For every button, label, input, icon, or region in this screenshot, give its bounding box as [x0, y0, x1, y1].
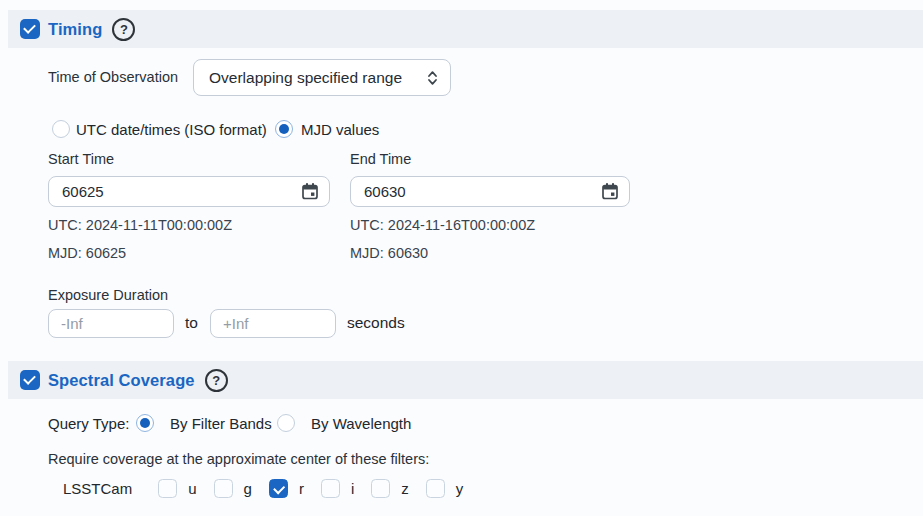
radio-by-filter-bands-label[interactable]: By Filter Bands: [170, 415, 272, 432]
band-u-label[interactable]: u: [188, 480, 196, 497]
query-type-label: Query Type:: [48, 415, 129, 432]
start-time-utc-readout: UTC: 2024-11-11T00:00:00Z: [48, 217, 232, 233]
band-y-label[interactable]: y: [456, 480, 464, 497]
end-time-input[interactable]: [350, 176, 630, 207]
radio-utc-format-label[interactable]: UTC date/times (ISO format): [76, 121, 267, 138]
exposure-min-input[interactable]: [48, 309, 174, 338]
exposure-duration-label: Exposure Duration: [48, 287, 168, 303]
band-z-checkbox[interactable]: [371, 479, 390, 498]
timing-section-checkbox[interactable]: [20, 19, 40, 39]
start-time-input[interactable]: [48, 176, 330, 207]
timing-section-title: Timing: [48, 20, 102, 39]
time-of-observation-select[interactable]: Overlapping specified range: [193, 59, 451, 96]
band-item-y: y: [426, 479, 464, 498]
filter-coverage-label: Require coverage at the approximate cent…: [48, 451, 429, 467]
start-time-calendar-icon[interactable]: [299, 181, 321, 203]
timing-section-header: Timing ?: [8, 10, 923, 48]
observation-query-form: Timing ? Time of Observation Overlapping…: [0, 0, 923, 516]
exposure-max-input[interactable]: [210, 309, 336, 338]
band-u-checkbox[interactable]: [158, 479, 177, 498]
up-down-chevron-icon: [427, 69, 438, 87]
spectral-section-title: Spectral Coverage: [48, 371, 195, 390]
radio-by-wavelength-label[interactable]: By Wavelength: [311, 415, 411, 432]
radio-by-filter-bands[interactable]: [136, 414, 154, 432]
filter-bands-row: LSSTCam u g r i z y: [63, 479, 480, 498]
band-item-i: i: [321, 479, 354, 498]
radio-mjd-values[interactable]: [275, 120, 293, 138]
band-r-checkbox[interactable]: [269, 479, 288, 498]
spectral-section-header: Spectral Coverage ?: [8, 361, 923, 399]
time-of-observation-selected-value: Overlapping specified range: [209, 69, 402, 87]
time-of-observation-label: Time of Observation: [48, 69, 178, 85]
band-z-label[interactable]: z: [401, 480, 409, 497]
spectral-help-icon[interactable]: ?: [205, 369, 228, 392]
band-i-checkbox[interactable]: [321, 479, 340, 498]
start-time-label: Start Time: [48, 151, 114, 167]
end-time-calendar-icon[interactable]: [599, 181, 621, 203]
band-g-label[interactable]: g: [244, 480, 252, 497]
band-y-checkbox[interactable]: [426, 479, 445, 498]
band-g-checkbox[interactable]: [214, 479, 233, 498]
band-item-r: r: [269, 479, 304, 498]
band-i-label[interactable]: i: [351, 480, 354, 497]
band-r-label[interactable]: r: [299, 480, 304, 497]
exposure-to-label: to: [185, 314, 198, 332]
end-time-label: End Time: [350, 151, 411, 167]
start-time-mjd-readout: MJD: 60625: [48, 245, 126, 261]
exposure-unit-label: seconds: [347, 314, 405, 332]
spectral-section-checkbox[interactable]: [20, 370, 40, 390]
instrument-label: LSSTCam: [63, 480, 132, 497]
radio-by-wavelength[interactable]: [277, 414, 295, 432]
band-item-u: u: [158, 479, 196, 498]
timing-help-icon[interactable]: ?: [112, 18, 135, 41]
band-item-z: z: [371, 479, 409, 498]
band-item-g: g: [214, 479, 252, 498]
radio-utc-format[interactable]: [52, 120, 70, 138]
radio-mjd-values-label[interactable]: MJD values: [301, 121, 379, 138]
end-time-utc-readout: UTC: 2024-11-16T00:00:00Z: [350, 217, 535, 233]
end-time-mjd-readout: MJD: 60630: [350, 245, 428, 261]
